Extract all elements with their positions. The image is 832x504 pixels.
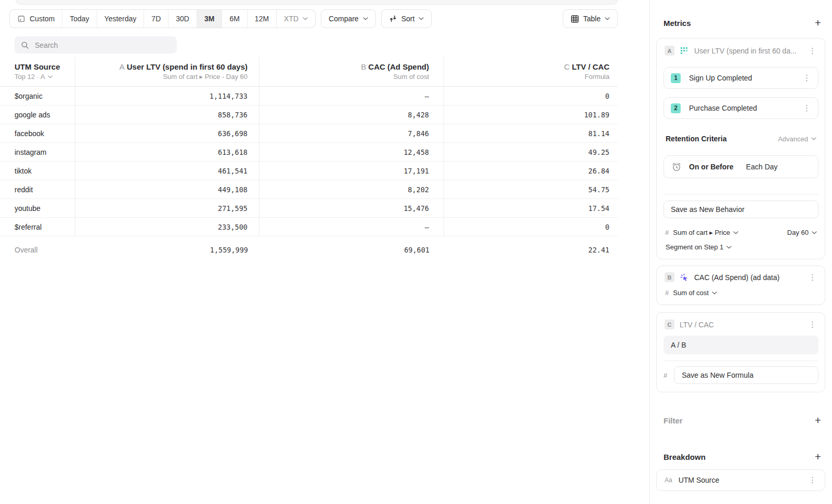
metrics-title: Metrics: [664, 19, 691, 28]
text-property-icon: Aa: [665, 476, 672, 484]
ad-data-icon: [680, 273, 689, 282]
kebab-menu-icon[interactable]: ⋮: [808, 47, 817, 55]
filter-section-header: Filter +: [656, 415, 825, 426]
cell-ratio: 0: [444, 218, 618, 236]
date-range-12m[interactable]: 12M: [247, 10, 276, 28]
table-row: youtube 271,595 15,476 17.54: [0, 199, 618, 218]
sort-button[interactable]: Sort: [381, 9, 432, 28]
row-label: $organic: [0, 87, 75, 105]
aggregation-dropdown[interactable]: Sum of cost: [673, 289, 717, 297]
metric-card-c: C LTV / CAC ⋮ A / B # Save as New Formul…: [656, 312, 825, 392]
column-header-metric-a[interactable]: A User LTV (spend in first 60 days) Sum …: [75, 57, 259, 86]
metric-b-header[interactable]: B CAC (Ad Spend) (ad data) ⋮: [657, 266, 825, 282]
metric-card-a: A User LTV (spend in first 60 da... ⋮ 1 …: [656, 38, 825, 259]
cell-ratio: 81.14: [444, 124, 618, 142]
funnel-step-1[interactable]: 1 Sign Up Completed ⋮: [664, 67, 818, 89]
formula-input[interactable]: A / B: [664, 336, 818, 354]
cell-ltv: 636,698: [75, 124, 259, 142]
date-range-custom[interactable]: Custom: [10, 10, 62, 28]
divider: [664, 194, 818, 194]
metric-a-title: User LTV (spend in first 60 da...: [694, 47, 802, 55]
number-property-icon: #: [665, 229, 669, 236]
property-dropdown[interactable]: Sum of cart ▸ Price: [673, 229, 738, 236]
save-formula-button[interactable]: Save as New Formula: [674, 366, 818, 384]
search-input[interactable]: [34, 41, 171, 50]
search-box[interactable]: [15, 36, 177, 54]
kebab-menu-icon[interactable]: ⋮: [802, 104, 812, 112]
kebab-menu-icon[interactable]: ⋮: [808, 476, 817, 484]
column-subtitle: Sum of cart ▸ Price - Day 60: [163, 72, 248, 82]
metric-a-property-row: # Sum of cart ▸ Price Day 60: [665, 229, 817, 236]
table-row: $organic 1,114,733 – 0: [0, 87, 618, 105]
cell-cac: 12,458: [259, 143, 444, 161]
date-range-today[interactable]: Today: [62, 10, 96, 28]
row-label: reddit: [0, 180, 75, 198]
formula-save-row: # Save as New Formula: [664, 366, 818, 392]
retention-criteria-title: Retention Criteria: [666, 135, 726, 143]
date-range-label: Custom: [30, 15, 55, 23]
retention-criteria-header: Retention Criteria Advanced: [666, 135, 816, 143]
add-breakdown-button plus-icon[interactable]: +: [815, 452, 821, 461]
metric-letter-badge: A: [665, 46, 674, 56]
day-window-dropdown[interactable]: Day 60: [787, 229, 817, 236]
date-range-picker: Custom Today Yesterday 7D 30D 3M 6M 12M …: [9, 9, 316, 28]
query-builder-sidebar: Metrics + A User LTV (spend in first 60 …: [649, 0, 832, 504]
view-type-button[interactable]: Table: [563, 9, 618, 28]
step-number-badge: 1: [671, 73, 681, 83]
date-range-30d[interactable]: 30D: [168, 10, 197, 28]
save-behavior-button[interactable]: Save as New Behavior: [664, 201, 818, 218]
kebab-menu-icon[interactable]: ⋮: [808, 321, 817, 328]
metric-letter-badge: C: [665, 320, 674, 329]
metric-letter: B: [361, 62, 366, 71]
kebab-menu-icon[interactable]: ⋮: [802, 74, 812, 82]
row-label: instagram: [0, 143, 75, 161]
date-range-xtd[interactable]: XTD: [276, 10, 315, 28]
row-label: google ads: [0, 105, 75, 124]
column-header-utm-source[interactable]: UTM Source Top 12 · A: [0, 57, 75, 86]
breakdown-item-utm-source[interactable]: Aa UTM Source ⋮: [656, 469, 825, 491]
step-event-label: Sign Up Completed: [689, 74, 794, 82]
column-header-metric-c[interactable]: C LTV / CAC Formula: [444, 57, 618, 86]
metric-letter: C: [564, 62, 570, 71]
add-metric-button plus-icon[interactable]: +: [815, 18, 821, 28]
number-property-icon: #: [665, 289, 669, 297]
retention-mode-dropdown[interactable]: Advanced: [778, 135, 816, 143]
kebab-menu-icon[interactable]: ⋮: [808, 274, 817, 281]
table-row: google ads 858,736 8,428 101.89: [0, 105, 618, 124]
alarm-clock-icon: [671, 162, 682, 172]
column-header-metric-b[interactable]: B CAC (Ad Spend) Sum of cost: [259, 57, 444, 86]
cell-cac: 8,202: [259, 180, 444, 198]
cell-cac: –: [259, 218, 444, 236]
chevron-down-icon: [712, 291, 717, 295]
cell-ratio: 26.84: [444, 162, 618, 180]
add-filter-button plus-icon[interactable]: +: [815, 416, 821, 425]
metric-a-header[interactable]: A User LTV (spend in first 60 da... ⋮: [657, 38, 825, 56]
row-label: youtube: [0, 199, 75, 217]
sort-icon: [389, 15, 397, 23]
metric-c-header[interactable]: C LTV / CAC ⋮: [657, 313, 825, 329]
chevron-down-icon: [811, 137, 816, 140]
row-dimension-subtitle[interactable]: Top 12 · A: [15, 72, 75, 82]
cell-ltv: 461,541: [75, 162, 259, 180]
step-event-label: Purchase Completed: [689, 104, 794, 112]
chevron-down-icon: [812, 231, 817, 234]
table-row: facebook 636,698 7,846 81.14: [0, 124, 618, 143]
cell-cac: –: [259, 87, 444, 105]
funnel-step-2[interactable]: 2 Purchase Completed ⋮: [664, 97, 818, 119]
retention-window-dropdown[interactable]: Each Day: [746, 163, 778, 171]
breakdown-item-label: UTM Source: [679, 476, 801, 484]
date-range-yesterday[interactable]: Yesterday: [97, 10, 144, 28]
table-row: $referral 233,500 – 0: [0, 218, 618, 236]
cell-ltv: 1,114,733: [75, 87, 259, 105]
date-range-7d[interactable]: 7D: [144, 10, 168, 28]
cell-ratio: 49.25: [444, 143, 618, 161]
chevron-down-icon: [733, 231, 738, 234]
compare-button[interactable]: Compare: [321, 9, 376, 28]
cell-ltv: 613,618: [75, 143, 259, 161]
segment-on-step-dropdown[interactable]: Segment on Step 1: [666, 243, 817, 259]
retention-condition-dropdown[interactable]: On or Before: [689, 163, 734, 171]
column-subtitle: Sum of cost: [393, 72, 429, 82]
date-range-3m-selected[interactable]: 3M: [197, 10, 222, 28]
metric-letter-badge: B: [665, 272, 674, 282]
date-range-6m[interactable]: 6M: [222, 10, 246, 28]
